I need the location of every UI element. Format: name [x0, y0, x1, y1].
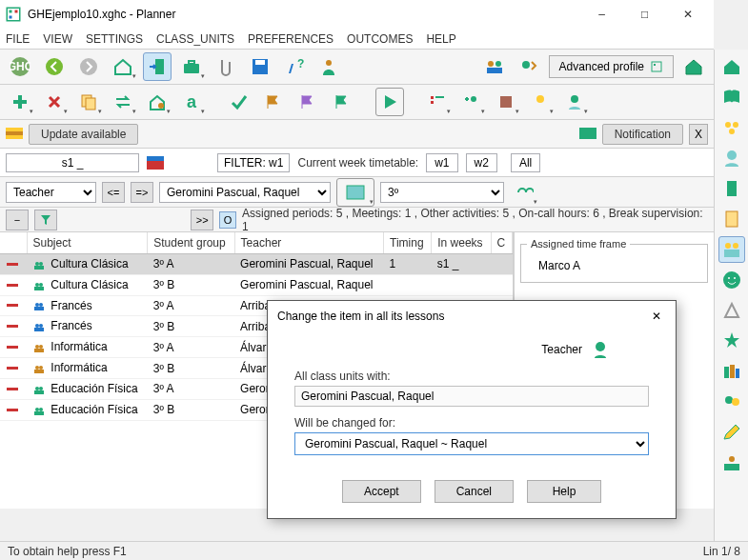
r-smile-icon[interactable] — [718, 267, 745, 293]
collapse-button[interactable]: − — [6, 210, 29, 230]
r-door-icon[interactable] — [718, 175, 745, 202]
col-group[interactable]: Student group — [148, 232, 234, 254]
filter-toggle[interactable] — [34, 210, 57, 230]
home2-button[interactable] — [679, 52, 708, 81]
svg-rect-75 — [726, 211, 738, 227]
accept-button[interactable]: Accept — [342, 480, 421, 503]
clip-button[interactable] — [212, 52, 240, 81]
flag-purple-button[interactable] — [293, 88, 322, 116]
r-book-icon[interactable] — [718, 84, 745, 110]
red-list-button[interactable]: ▾ — [423, 88, 452, 116]
person-button[interactable] — [314, 52, 343, 81]
notification-button[interactable]: Notification — [602, 124, 683, 145]
svg-rect-54 — [7, 346, 18, 349]
r-star-icon[interactable] — [718, 328, 745, 354]
r-people-icon[interactable] — [718, 236, 745, 263]
menu-help[interactable]: HELP — [426, 32, 455, 46]
zoom-button[interactable]: >> — [191, 210, 213, 230]
r-two-heads-icon[interactable] — [718, 389, 745, 415]
col-teacher[interactable]: Teacher — [234, 232, 383, 254]
add-person-button[interactable]: ▾ — [457, 88, 486, 116]
save-button[interactable] — [246, 52, 274, 81]
back-button[interactable] — [40, 52, 69, 81]
col-subject[interactable]: Subject — [27, 232, 148, 254]
category-select[interactable]: Teacher — [6, 182, 96, 203]
svg-rect-62 — [7, 388, 18, 390]
circle-toggle[interactable]: O — [219, 211, 236, 229]
next-button[interactable]: => — [131, 182, 153, 203]
delete-button[interactable]: ▾ — [40, 88, 69, 116]
svg-point-56 — [39, 345, 43, 349]
week2-button[interactable]: w2 — [466, 153, 497, 172]
svg-point-67 — [35, 408, 39, 411]
menu-outcomes[interactable]: OUTCOMES — [347, 32, 413, 46]
flag-green-button[interactable] — [328, 88, 356, 116]
add-green-button[interactable]: ▾ — [6, 88, 34, 116]
substitute-button[interactable] — [515, 52, 543, 81]
dialog-close-button[interactable]: ✕ — [647, 307, 666, 326]
r-books-icon[interactable] — [718, 358, 745, 385]
help-button[interactable]: ? — [280, 52, 309, 81]
teacher-select[interactable]: Geromini Pascual, Raquel — [159, 182, 331, 203]
minimize-button[interactable]: – — [580, 0, 623, 29]
svg-point-68 — [39, 408, 43, 411]
flag-orange-button[interactable] — [259, 88, 288, 116]
week1-button[interactable]: w1 — [426, 153, 457, 172]
advanced-profile-button[interactable]: Advanced profile — [549, 55, 674, 78]
teal-person-button[interactable]: ▾ — [560, 88, 589, 116]
house-gear-button[interactable]: ▾ — [143, 88, 172, 116]
cancel-button[interactable]: Cancel — [435, 480, 514, 503]
r-balls-icon[interactable] — [718, 114, 745, 141]
home-button[interactable]: ▾ — [109, 52, 137, 81]
prev-button[interactable]: <= — [102, 182, 125, 203]
r-tri-icon[interactable] — [718, 297, 745, 324]
door-button[interactable] — [143, 52, 172, 81]
menu-file[interactable]: FILE — [6, 32, 30, 46]
s1-field[interactable]: s1 _ — [6, 153, 139, 172]
copy-button[interactable]: ▾ — [74, 88, 103, 116]
grid-view-button[interactable]: ▾ — [336, 178, 374, 207]
col-inweeks[interactable]: In weeks — [432, 232, 491, 254]
brown-icon-button[interactable]: ▾ — [492, 88, 520, 116]
svg-rect-9 — [184, 64, 199, 73]
text-a-button[interactable]: a▾ — [177, 88, 206, 116]
r-home-icon[interactable] — [718, 53, 745, 80]
time-frame-group: Assigned time frame Marco A — [520, 238, 708, 283]
menu-class-units[interactable]: CLASS_UNITS — [156, 32, 234, 46]
forward-button[interactable] — [74, 52, 103, 81]
svg-point-48 — [39, 303, 43, 307]
table-row[interactable]: Cultura Clásica 3º BGeromini Pascual, Ra… — [0, 274, 513, 295]
check-button[interactable] — [225, 88, 253, 116]
r-pencil-icon[interactable] — [718, 419, 745, 446]
dialog-teacher-label: Teacher — [541, 343, 582, 356]
r-doc-icon[interactable] — [718, 206, 745, 232]
svg-point-52 — [39, 324, 43, 328]
r-teacher-icon[interactable] — [718, 450, 745, 476]
notification-close[interactable]: X — [689, 124, 708, 145]
briefcase-button[interactable]: ▾ — [177, 52, 206, 81]
dialog-help-button[interactable]: Help — [527, 480, 601, 503]
edit-toolbar: ▾ ▾ ▾ ▾ ▾ a▾ ▾ ▾ ▾ ▾ ▾ — [0, 85, 714, 120]
r-face-icon[interactable] — [718, 145, 745, 171]
play-button[interactable] — [375, 88, 404, 116]
col-timing[interactable]: Timing — [384, 232, 432, 254]
level-select[interactable]: 3º — [380, 182, 504, 203]
close-button[interactable]: ✕ — [666, 0, 709, 29]
group-button[interactable] — [480, 52, 509, 81]
svg-point-63 — [35, 387, 39, 390]
ghc-button[interactable]: GHC — [6, 52, 34, 81]
link-button[interactable]: ▾ — [510, 178, 538, 207]
update-available-button[interactable]: Update available — [29, 124, 138, 145]
new-teacher-select[interactable]: Geromini Pascual, Raquel ~ Raquel — [294, 432, 649, 455]
svg-rect-58 — [7, 367, 18, 370]
menu-view[interactable]: VIEW — [43, 32, 72, 46]
current-week-label: Current week timetable: — [297, 156, 418, 170]
all-weeks-button[interactable]: All — [511, 153, 540, 172]
maximize-button[interactable]: □ — [623, 0, 666, 29]
menu-settings[interactable]: SETTINGS — [86, 32, 143, 46]
table-row[interactable]: Cultura Clásica 3º AGeromini Pascual, Ra… — [0, 254, 513, 275]
yellow-person-button[interactable]: ▾ — [526, 88, 555, 116]
swap-button[interactable]: ▾ — [109, 88, 137, 116]
col-c[interactable]: C — [491, 232, 512, 254]
menu-preferences[interactable]: PREFERENCES — [248, 32, 334, 46]
